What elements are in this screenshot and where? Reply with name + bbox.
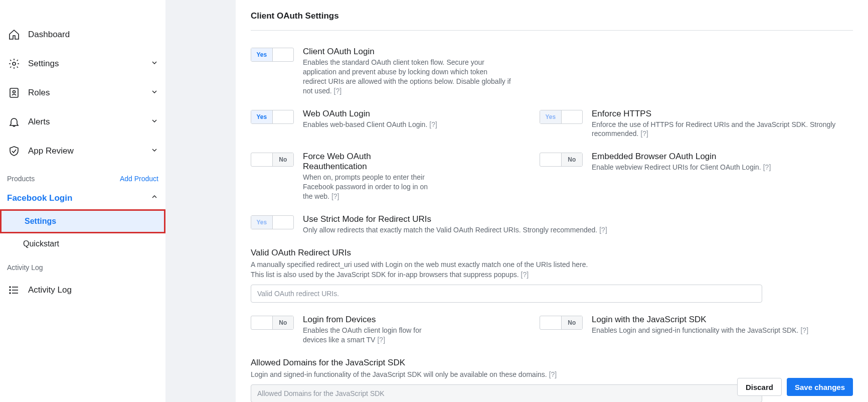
setting-title: Client OAuth Login — [303, 47, 511, 57]
toggle-yes: Yes — [251, 48, 273, 61]
products-section-header: Products Add Product — [0, 166, 165, 187]
sidebar-item-facebook-login[interactable]: Facebook Login — [0, 187, 165, 209]
toggle-yes: Yes — [251, 216, 273, 229]
shield-check-icon — [7, 144, 21, 158]
chevron-down-icon — [150, 88, 158, 98]
nav-label: App Review — [28, 146, 150, 156]
page-title: Client OAuth Settings — [251, 0, 853, 31]
chevron-down-icon — [150, 117, 158, 127]
svg-point-6 — [10, 287, 11, 288]
chevron-down-icon — [150, 59, 158, 69]
setting-title: Web OAuth Login — [303, 109, 511, 119]
toggle-no: No — [562, 110, 583, 123]
sidebar-subitem-settings[interactable]: Settings — [0, 209, 165, 233]
toggle-login-devices[interactable]: Yes No — [251, 316, 294, 330]
products-label: Products — [7, 175, 35, 183]
toggle-no: No — [273, 48, 294, 61]
toggle-yes: Yes — [251, 110, 273, 123]
setting-desc: Enable webview Redirect URIs for Client … — [592, 163, 853, 172]
setting-desc: Enables the OAuth client login flow for … — [303, 326, 423, 345]
sidebar-item-settings[interactable]: Settings — [0, 49, 165, 78]
nav-label: Roles — [28, 88, 150, 98]
bell-icon — [7, 115, 21, 129]
setting-desc: Enforce the use of HTTPS for Redirect UR… — [592, 120, 853, 139]
help-icon[interactable]: [?] — [429, 120, 437, 128]
help-icon[interactable]: [?] — [800, 326, 808, 334]
toggle-client-oauth-login[interactable]: Yes No — [251, 48, 294, 62]
gap-area — [165, 0, 236, 402]
chevron-down-icon — [150, 146, 158, 157]
discard-button[interactable]: Discard — [737, 378, 782, 396]
list-icon — [7, 283, 21, 297]
nav-label: Dashboard — [28, 30, 158, 40]
sidebar-subitem-quickstart[interactable]: Quickstart — [0, 233, 165, 254]
sidebar: Dashboard Settings Roles Alerts App Revi… — [0, 0, 165, 402]
setting-title: Enforce HTTPS — [592, 109, 853, 119]
add-product-link[interactable]: Add Product — [120, 175, 158, 183]
toggle-no: No — [272, 153, 294, 166]
id-card-icon — [7, 86, 21, 100]
allowed-domains-input — [251, 384, 762, 402]
help-icon[interactable]: [?] — [331, 192, 339, 200]
setting-desc: Enables Login and signed-in functionalit… — [592, 326, 853, 335]
setting-title: Embedded Browser OAuth Login — [592, 152, 853, 162]
sidebar-item-alerts[interactable]: Alerts — [0, 107, 165, 137]
toggle-embedded-browser[interactable]: Yes No — [540, 153, 583, 167]
toggle-strict-mode[interactable]: Yes No — [251, 215, 294, 229]
toggle-no: No — [561, 153, 583, 166]
toggle-no: No — [273, 216, 294, 229]
allowed-domains-title: Allowed Domains for the JavaScript SDK — [251, 358, 853, 368]
help-icon[interactable]: [?] — [640, 129, 648, 138]
home-icon — [7, 28, 21, 42]
toggle-login-js-sdk[interactable]: Yes No — [540, 316, 583, 330]
toggle-yes: Yes — [540, 316, 561, 329]
toggle-web-oauth-login[interactable]: Yes No — [251, 110, 294, 124]
redirect-uris-title: Valid OAuth Redirect URIs — [251, 248, 853, 258]
toggle-yes: Yes — [251, 153, 272, 166]
setting-desc: Enables the standard OAuth client token … — [303, 58, 511, 96]
setting-title: Login with the JavaScript SDK — [592, 315, 853, 325]
setting-desc: When on, prompts people to enter their F… — [303, 173, 433, 201]
product-label: Facebook Login — [7, 193, 72, 203]
redirect-uris-input[interactable] — [251, 285, 762, 303]
toggle-force-reauth[interactable]: Yes No — [251, 153, 294, 167]
setting-title: Login from Devices — [303, 315, 423, 325]
setting-desc: Enables web-based Client OAuth Login.[?] — [303, 120, 511, 129]
help-icon[interactable]: [?] — [521, 271, 529, 279]
help-icon[interactable]: [?] — [377, 336, 385, 344]
help-icon[interactable]: [?] — [549, 370, 557, 378]
nav-label: Activity Log — [28, 285, 158, 295]
activity-log-section-label: Activity Log — [0, 254, 165, 276]
svg-point-7 — [10, 290, 11, 291]
footer-actions: Discard Save changes — [737, 378, 853, 396]
chevron-up-icon — [150, 193, 158, 203]
gear-icon — [7, 57, 21, 71]
svg-point-8 — [10, 293, 11, 294]
sidebar-item-dashboard[interactable]: Dashboard — [0, 20, 165, 49]
help-icon[interactable]: [?] — [334, 87, 342, 95]
toggle-no: No — [561, 316, 583, 329]
toggle-no: No — [273, 110, 294, 123]
help-icon[interactable]: [?] — [763, 163, 771, 171]
svg-point-0 — [13, 62, 16, 65]
sidebar-item-app-review[interactable]: App Review — [0, 137, 165, 166]
svg-point-2 — [13, 91, 16, 93]
sidebar-item-roles[interactable]: Roles — [0, 78, 165, 107]
nav-label: Settings — [28, 59, 150, 69]
setting-title: Use Strict Mode for Redirect URIs — [303, 214, 853, 224]
toggle-enforce-https[interactable]: Yes No — [540, 110, 583, 124]
redirect-uris-desc: A manually specified redirect_uri used w… — [251, 260, 853, 280]
sidebar-item-activity-log[interactable]: Activity Log — [0, 276, 165, 305]
nav-label: Alerts — [28, 117, 150, 127]
save-button[interactable]: Save changes — [787, 378, 853, 396]
toggle-yes: Yes — [251, 316, 272, 329]
toggle-yes: Yes — [540, 110, 562, 123]
setting-title: Force Web OAuth Reauthentication — [303, 152, 433, 172]
help-icon[interactable]: [?] — [599, 226, 607, 234]
toggle-yes: Yes — [540, 153, 561, 166]
main-content: Client OAuth Settings Yes No Client OAut… — [236, 0, 868, 402]
toggle-no: No — [272, 316, 294, 329]
setting-desc: Only allow redirects that exactly match … — [303, 225, 853, 235]
